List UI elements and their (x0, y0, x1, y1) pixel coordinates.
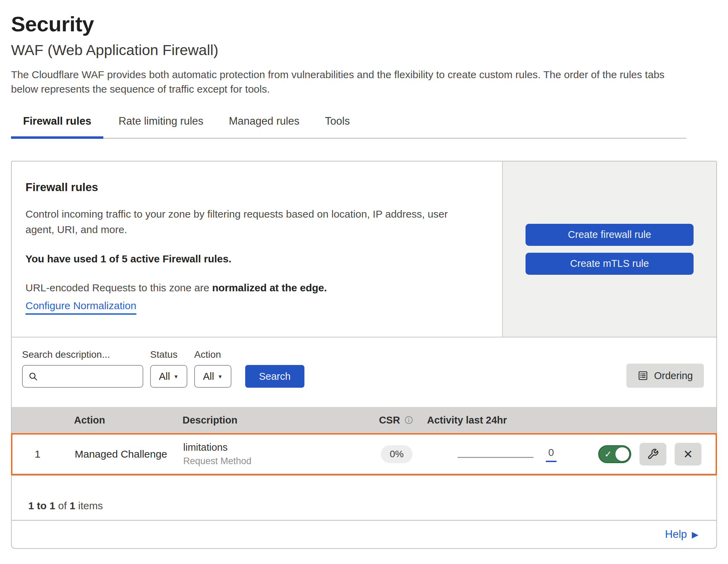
normalization-text: URL-encoded Requests to this zone are (25, 282, 212, 293)
csr-badge: 0% (381, 445, 413, 463)
filter-row: Search description... Status All ▼ (12, 337, 716, 407)
action-select[interactable]: All ▼ (194, 365, 231, 388)
check-icon: ✓ (604, 449, 612, 460)
status-label: Status (150, 349, 187, 360)
page-subtitle: WAF (Web Application Firewall) (11, 42, 717, 59)
help-row: Help ▶ (12, 520, 716, 548)
rule-priority: 1 (35, 448, 41, 460)
create-rule-panel: Create firewall rule Create mTLS rule (502, 161, 716, 337)
page-title: Security (11, 12, 717, 36)
help-arrow-icon: ▶ (692, 530, 698, 540)
column-header-description: Description (174, 415, 365, 426)
page-description: The Cloudflare WAF provides both automat… (11, 67, 677, 96)
table-header: Action Description CSR Activity last 24h… (12, 407, 716, 433)
configure-normalization-link[interactable]: Configure Normalization (25, 300, 136, 315)
help-label: Help (665, 528, 687, 541)
rule-description[interactable]: limitations (183, 442, 366, 453)
rule-expression: Request Method (183, 456, 366, 467)
pagination-summary: 1 to 1 of 1 items (12, 476, 716, 520)
action-label: Action (194, 349, 231, 360)
firewall-rules-intro-text: Firewall rules Control incoming traffic … (12, 161, 502, 337)
pagination-of: of (55, 500, 70, 511)
create-mtls-rule-button[interactable]: Create mTLS rule (526, 253, 694, 275)
ordering-label: Ordering (654, 370, 693, 382)
status-value: All (159, 371, 170, 382)
rule-description-cell: limitations Request Method (175, 442, 366, 467)
activity-sparkline (458, 457, 533, 458)
search-label: Search description... (22, 349, 143, 360)
card-heading: Firewall rules (25, 181, 478, 194)
pagination-total: 1 (70, 500, 75, 511)
column-header-action: Action (62, 415, 174, 426)
security-page: Security WAF (Web Application Firewall) … (0, 12, 728, 549)
action-group: Action All ▼ (194, 349, 231, 388)
rule-csr-cell: 0% (381, 445, 413, 463)
rule-activity-cell: 0 (428, 447, 586, 462)
status-group: Status All ▼ (150, 349, 187, 388)
activity-count-link[interactable]: 0 (546, 447, 557, 462)
status-select[interactable]: All ▼ (150, 365, 187, 388)
table-row: 1 Managed Challenge limitations Request … (11, 433, 717, 475)
action-value: All (203, 371, 214, 382)
search-button[interactable]: Search (245, 365, 304, 388)
edit-rule-button[interactable] (639, 443, 666, 466)
tab-tools[interactable]: Tools (315, 115, 360, 138)
close-icon: ✕ (683, 448, 693, 460)
rule-enabled-toggle[interactable]: ✓ (598, 445, 631, 463)
normalization-bold: normalized at the edge. (212, 282, 327, 293)
delete-rule-button[interactable]: ✕ (675, 443, 701, 466)
firewall-rules-intro: Firewall rules Control incoming traffic … (12, 161, 716, 337)
csr-label: CSR (379, 415, 400, 426)
rule-controls: ✓ ✕ (586, 443, 716, 466)
column-header-activity: Activity last 24hr (427, 415, 585, 426)
ordering-button[interactable]: Ordering (626, 364, 704, 388)
rule-action: Managed Challenge (63, 448, 175, 460)
firewall-rules-card: Firewall rules Control incoming traffic … (11, 161, 717, 549)
pagination-range: 1 to 1 (28, 500, 55, 511)
toggle-knob (615, 447, 629, 461)
tab-managed-rules[interactable]: Managed rules (219, 115, 310, 138)
wrench-icon (647, 448, 659, 460)
info-icon[interactable] (404, 416, 413, 425)
chevron-down-icon: ▼ (218, 374, 223, 379)
pagination-items: items (75, 500, 103, 511)
list-ordering-icon (637, 370, 648, 381)
tab-rate-limiting-rules[interactable]: Rate limiting rules (108, 115, 214, 138)
card-description: Control incoming traffic to your zone by… (25, 206, 473, 237)
column-header-csr: CSR (379, 415, 413, 426)
search-group: Search description... (22, 349, 143, 388)
tab-firewall-rules[interactable]: Firewall rules (11, 115, 103, 138)
chevron-down-icon: ▼ (174, 374, 179, 379)
usage-line: You have used 1 of 5 active Firewall rul… (25, 253, 478, 265)
tab-bar: Firewall rules Rate limiting rules Manag… (11, 115, 686, 139)
search-input[interactable] (41, 366, 166, 387)
search-icon (28, 372, 38, 381)
help-link[interactable]: Help ▶ (665, 528, 698, 541)
create-firewall-rule-button[interactable]: Create firewall rule (526, 224, 694, 246)
search-box (22, 365, 143, 388)
normalization-line: URL-encoded Requests to this zone are no… (25, 282, 478, 294)
